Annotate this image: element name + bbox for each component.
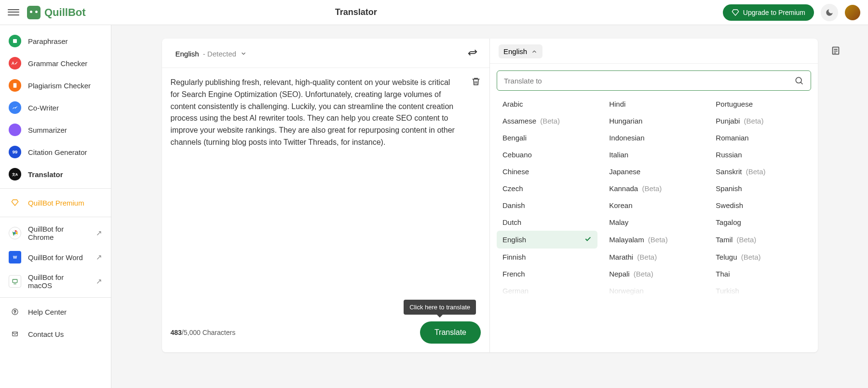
- svg-text:99: 99: [13, 150, 17, 154]
- svg-point-13: [796, 77, 801, 83]
- chrome-icon: [9, 227, 21, 239]
- language-option[interactable]: English: [497, 231, 597, 249]
- language-option[interactable]: Spanish: [710, 180, 811, 197]
- avatar[interactable]: [845, 5, 860, 20]
- external-link-icon: ↗: [96, 277, 102, 286]
- language-grid: ArabicHindiPortugueseAssamese (Beta)Hung…: [497, 96, 811, 299]
- sidebar-item-premium[interactable]: QuillBot Premium: [0, 192, 111, 214]
- target-language-select[interactable]: English: [499, 44, 542, 58]
- chevron-up-icon: [531, 48, 538, 55]
- citation-icon: 99: [9, 146, 21, 158]
- language-option[interactable]: Chinese: [497, 163, 597, 180]
- sidebar-item-translator[interactable]: 文ATranslator: [0, 163, 111, 185]
- language-option[interactable]: Japanese: [603, 163, 704, 180]
- language-search[interactable]: [497, 70, 811, 91]
- svg-text:文A: 文A: [12, 172, 18, 177]
- sidebar-item-macos[interactable]: QuillBot for macOS↗: [0, 268, 111, 294]
- clear-text-button[interactable]: [471, 77, 481, 88]
- page-title: Translator: [0, 7, 723, 17]
- language-option[interactable]: Dutch: [497, 214, 597, 231]
- language-option[interactable]: Danish: [497, 197, 597, 214]
- language-option[interactable]: Turkish: [710, 282, 811, 299]
- cowriter-icon: [9, 101, 21, 114]
- language-dropdown: ArabicHindiPortugueseAssamese (Beta)Hung…: [490, 64, 818, 306]
- language-option[interactable]: Telugu (Beta): [710, 249, 811, 265]
- language-option[interactable]: Kannada (Beta): [603, 180, 704, 197]
- language-option[interactable]: Korean: [603, 197, 704, 214]
- svg-rect-0: [13, 39, 17, 43]
- svg-text:A✓: A✓: [12, 61, 18, 66]
- sidebar-item-plagiarism[interactable]: Plagiarism Checker: [0, 74, 111, 97]
- translator-card: English - Detected Regularly publishing …: [162, 39, 818, 352]
- language-option[interactable]: Hindi: [603, 96, 704, 112]
- help-icon: ?: [9, 305, 21, 318]
- translate-button[interactable]: Translate: [420, 321, 481, 344]
- sidebar-item-summarizer[interactable]: Summarizer: [0, 119, 111, 141]
- swap-languages-button[interactable]: [464, 44, 481, 63]
- moon-icon: [825, 8, 834, 17]
- sidebar-item-help[interactable]: ?Help Center: [0, 301, 111, 323]
- robot-icon: [27, 6, 41, 19]
- language-option[interactable]: Sanskrit (Beta): [710, 163, 811, 180]
- language-option[interactable]: Thai: [710, 265, 811, 282]
- language-option[interactable]: Malay: [603, 214, 704, 231]
- paraphraser-icon: [9, 35, 21, 47]
- language-option[interactable]: Cebuano: [497, 146, 597, 163]
- target-pane: English ArabicHindiPortugueseAssamese (B…: [490, 39, 818, 352]
- word-icon: W: [9, 251, 21, 263]
- source-language-select[interactable]: English - Detected: [171, 47, 252, 61]
- language-option[interactable]: Swedish: [710, 197, 811, 214]
- language-option[interactable]: Hungarian: [603, 112, 704, 129]
- language-option[interactable]: German: [497, 282, 597, 299]
- translate-tooltip: Click here to translate: [404, 300, 476, 315]
- sidebar-item-chrome[interactable]: QuillBot for Chrome↗: [0, 220, 111, 246]
- language-option[interactable]: Marathi (Beta): [603, 249, 704, 265]
- diamond-icon: [732, 9, 739, 16]
- language-option[interactable]: Tamil (Beta): [710, 231, 811, 249]
- language-option[interactable]: Malayalam (Beta): [603, 231, 704, 249]
- language-option[interactable]: Czech: [497, 180, 597, 197]
- svg-text:W: W: [13, 255, 17, 260]
- language-option[interactable]: Russian: [710, 146, 811, 163]
- language-option[interactable]: Indonesian: [603, 129, 704, 146]
- source-pane: English - Detected Regularly publishing …: [162, 39, 490, 352]
- language-option[interactable]: Romanian: [710, 129, 811, 146]
- document-mode-icon[interactable]: [830, 45, 841, 59]
- external-link-icon: ↗: [96, 253, 102, 262]
- svg-text:?: ?: [14, 309, 16, 314]
- language-option[interactable]: Bengali: [497, 129, 597, 146]
- summarizer-icon: [9, 124, 21, 136]
- language-option[interactable]: French: [497, 265, 597, 282]
- sidebar-item-cowriter[interactable]: Co-Writer: [0, 97, 111, 119]
- language-option[interactable]: Finnish: [497, 249, 597, 265]
- translator-icon: 文A: [9, 168, 21, 180]
- upgrade-button[interactable]: Upgrade to Premium: [723, 4, 814, 21]
- sidebar-item-contact[interactable]: Contact Us: [0, 323, 111, 345]
- app-header: QuillBot Translator Upgrade to Premium: [0, 0, 868, 25]
- language-option[interactable]: Tagalog: [710, 214, 811, 231]
- language-option[interactable]: Portuguese: [710, 96, 811, 112]
- language-option[interactable]: Arabic: [497, 96, 597, 112]
- external-link-icon: ↗: [96, 229, 102, 237]
- plagiarism-icon: [9, 79, 21, 92]
- sidebar-item-grammar[interactable]: A✓Grammar Checker: [0, 52, 111, 74]
- theme-toggle[interactable]: [821, 4, 838, 21]
- language-option[interactable]: Italian: [603, 146, 704, 163]
- language-option[interactable]: Assamese (Beta): [497, 112, 597, 129]
- chevron-down-icon: [240, 50, 247, 57]
- language-option[interactable]: Nepali (Beta): [603, 265, 704, 282]
- mac-icon: [9, 275, 21, 288]
- diamond-icon: [9, 196, 21, 209]
- source-text[interactable]: Regularly publishing fresh, relevant, hi…: [171, 77, 461, 149]
- check-icon: [584, 235, 592, 244]
- svg-rect-8: [13, 279, 17, 283]
- search-icon: [794, 76, 804, 85]
- mail-icon: [9, 328, 21, 340]
- grammar-icon: A✓: [9, 57, 21, 69]
- sidebar-item-citation[interactable]: 99Citation Generator: [0, 141, 111, 163]
- language-search-input[interactable]: [504, 77, 794, 85]
- language-option[interactable]: Punjabi (Beta): [710, 112, 811, 129]
- sidebar-item-word[interactable]: WQuillBot for Word↗: [0, 246, 111, 268]
- language-option[interactable]: Norwegian: [603, 282, 704, 299]
- sidebar-item-paraphraser[interactable]: Paraphraser: [0, 30, 111, 52]
